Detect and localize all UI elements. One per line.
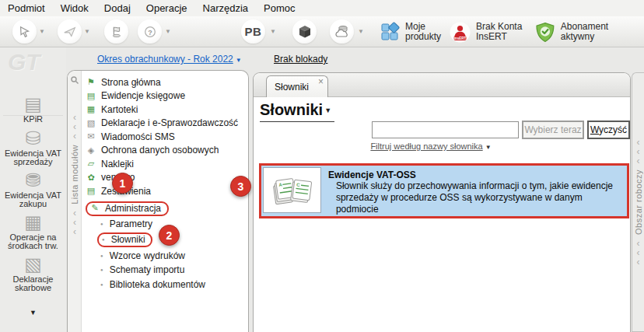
module-item-wiadomosci-sms[interactable]: ✉ Wiadomości SMS	[82, 130, 247, 144]
wyczysc-button[interactable]: Wyczyść	[587, 121, 630, 139]
module-item-strona-glowna[interactable]: ⚑ Strona główna	[82, 75, 247, 89]
send-button[interactable]	[58, 19, 82, 44]
dictionary-item-ewidencje-vat-oss[interactable]: A C Ewidencje VAT-OSS Słownik służy do p…	[259, 163, 629, 218]
insert-account-icon: InsERT	[450, 22, 471, 43]
user-pb-button[interactable]: PB	[241, 19, 265, 44]
vendero-gear-icon: ✿	[86, 173, 96, 183]
cube-button[interactable]	[292, 19, 317, 44]
ledger-book-icon: ▤	[0, 94, 66, 114]
module-list: ⚑ Strona główna ▤ Ewidencje księgowe ▦ K…	[82, 75, 247, 292]
bullet-icon: ●	[100, 222, 103, 226]
module-item-naklejki[interactable]: ▱ Naklejki	[82, 157, 247, 171]
cloud-dropdown-caret[interactable]: ▼	[358, 28, 364, 35]
chevron-left-icon: ‹	[637, 239, 640, 247]
dictionary-icon-box: A C	[263, 167, 321, 213]
cloud-archive-button[interactable]	[330, 19, 354, 44]
abonament-status[interactable]: Abonament aktywny	[535, 19, 644, 44]
help-icon: ?	[143, 25, 157, 39]
flag-icon: ⚑	[86, 77, 96, 87]
module-item-administracja[interactable]: ✎ Administracja	[82, 201, 247, 217]
cursor-icon	[18, 25, 32, 39]
flag-icon	[110, 25, 124, 39]
sidebar-item-operacje-srodki-trwale[interactable]: ▦ Operacje na środkach trw.	[0, 212, 66, 250]
module-list-strip-label: Lista modułów	[70, 145, 79, 204]
send-dropdown-caret[interactable]: ▼	[84, 28, 90, 35]
cursor-tool-button[interactable]	[12, 19, 37, 44]
chevron-left-icon: ‹	[637, 249, 640, 257]
dictionary-cards-icon: A C	[270, 173, 313, 208]
cube-icon	[297, 24, 313, 40]
gt-logo: GT	[8, 49, 40, 75]
user-dropdown-caret[interactable]: ▼	[270, 28, 276, 35]
cursor-dropdown-caret[interactable]: ▼	[39, 28, 45, 35]
tab-slowniki[interactable]: Słowniki ×	[266, 75, 328, 97]
module-item-ochrona-danych[interactable]: ◈ Ochrona danych osobowych	[82, 144, 247, 158]
edit-pencil-icon: ✎	[89, 203, 100, 213]
filter-by-name-link[interactable]: Filtruj według nazwy słownika▼	[339, 142, 523, 151]
moje-produkty-button[interactable]: Moje produkty	[380, 19, 441, 44]
sidebar-item-deklaracje-skarbowe[interactable]: ▧ Deklaracje skarbowe	[0, 254, 66, 292]
toolbar: ▼ ▼ ? ▼ PB ▼	[0, 16, 644, 47]
tab-close-icon[interactable]: ×	[318, 77, 324, 86]
module-item-kartoteki[interactable]: ▦ Kartoteki	[82, 103, 247, 117]
dictionary-item-text: Ewidencje VAT-OSS Słownik służy do przec…	[321, 166, 627, 215]
page-title[interactable]: Słowniki▼	[260, 101, 334, 122]
sms-envelope-icon: ✉	[86, 131, 96, 142]
abonament-label: Abonament aktywny	[561, 22, 644, 42]
shield-check-icon	[535, 22, 555, 43]
module-item-deklaracje[interactable]: ▧ Deklaracje i e-Sprawozdawczość	[82, 117, 247, 131]
module-item-vendero[interactable]: ✿ vendero	[82, 171, 247, 185]
workspace-collapse-strip[interactable]: ‹ ‹ ‹ Obszar roboczy ‹ ‹ ‹	[632, 72, 644, 332]
help-button[interactable]: ?	[138, 19, 162, 44]
pin-icon[interactable]	[70, 75, 79, 85]
sidebar-more-arrow-icon[interactable]: ▼	[0, 309, 66, 316]
dictionary-item-description-line2: sprzedaży w procedurze OSS są wykorzysty…	[336, 192, 627, 215]
lock-status-link[interactable]: Brak blokady	[274, 54, 327, 65]
shield-person-icon: ◈	[86, 145, 96, 156]
module-item-ewidencje-ksiegowe[interactable]: ▤ Ewidencje księgowe	[82, 89, 247, 103]
module-subitem-schematy-importu[interactable]: ● Schematy importu	[82, 263, 247, 278]
menu-dodaj[interactable]: Dodaj	[104, 2, 131, 14]
konto-insert-label: Brak Konta InsERT	[476, 22, 522, 42]
chevron-left-icon: ‹	[73, 114, 76, 121]
chevron-left-icon: ‹	[637, 157, 640, 165]
cloud-database-icon	[334, 24, 350, 40]
accounting-period-link[interactable]: Okres obrachunkowy - Rok 2022▼	[97, 54, 242, 65]
boxes-icon: ⛃	[0, 170, 66, 190]
cabinet-icon: ▦	[0, 212, 66, 232]
module-list-panel: ‹ ‹ ‹ Lista modułów ‹ ‹ ‹ ⚑ Strona główn…	[67, 70, 249, 332]
menu-widok[interactable]: Widok	[61, 2, 89, 14]
module-item-zestawienia[interactable]: ▤ Zestawienia	[82, 184, 247, 198]
flag-button[interactable]	[104, 19, 128, 44]
products-grid-icon	[380, 22, 400, 42]
left-sidebar: GT ▤ KPiR ⛁ Ewidencja VAT sprzedaży ⛃ Ew…	[0, 47, 66, 332]
menu-pomoc[interactable]: Pomoc	[264, 2, 295, 14]
module-subitem-parametry[interactable]: ● Parametry	[82, 217, 247, 232]
book-icon: ▤	[86, 91, 96, 101]
bullet-icon: ●	[100, 253, 103, 258]
sticker-icon: ▱	[86, 159, 96, 169]
menu-operacje[interactable]: Operacje	[146, 2, 187, 14]
menu-narzedzia[interactable]: Narzędzia	[203, 2, 249, 14]
menu-bar: Podmiot Widok Dodaj Operacje Narzędzia P…	[0, 0, 644, 16]
help-dropdown-caret[interactable]: ▼	[165, 28, 171, 35]
module-list-collapse-strip[interactable]: ‹ ‹ ‹ Lista modułów ‹ ‹ ‹	[68, 71, 82, 332]
sidebar-item-kpir[interactable]: ▤ KPiR	[0, 94, 66, 124]
module-subitem-slowniki[interactable]: ● Słowniki	[82, 231, 247, 248]
chevron-left-icon: ‹	[73, 228, 76, 236]
module-subitem-wzorce-wydrukow[interactable]: ● Wzorce wydruków	[82, 248, 247, 263]
module-subitem-biblioteka-dokumentow[interactable]: ● Biblioteka dokumentów	[82, 278, 247, 292]
wybierz-teraz-button[interactable]: Wybierz teraz	[522, 121, 584, 139]
konto-insert-button[interactable]: InsERT Brak Konta InsERT	[450, 19, 522, 44]
sidebar-item-ewidencja-vat-sprzedazy[interactable]: ⛁ Ewidencja VAT sprzedaży	[0, 128, 66, 166]
report-icon: ▤	[86, 186, 96, 196]
title-dropdown-caret: ▼	[324, 107, 331, 114]
app-window: Podmiot Widok Dodaj Operacje Narzędzia P…	[0, 0, 644, 332]
chevron-left-icon: ‹	[73, 209, 76, 217]
menu-podmiot[interactable]: Podmiot	[8, 2, 45, 14]
dictionary-item-description-line1: Słownik służy do przechowywania informac…	[336, 180, 627, 192]
sidebar-item-ewidencja-vat-zakupu[interactable]: ⛃ Ewidencja VAT zakupu	[0, 170, 66, 208]
bullet-icon: ●	[100, 282, 103, 287]
workspace-panel: Słowniki × Słowniki▼ Wybierz teraz Wyczy…	[253, 72, 631, 332]
dictionary-search-input[interactable]	[372, 121, 519, 138]
